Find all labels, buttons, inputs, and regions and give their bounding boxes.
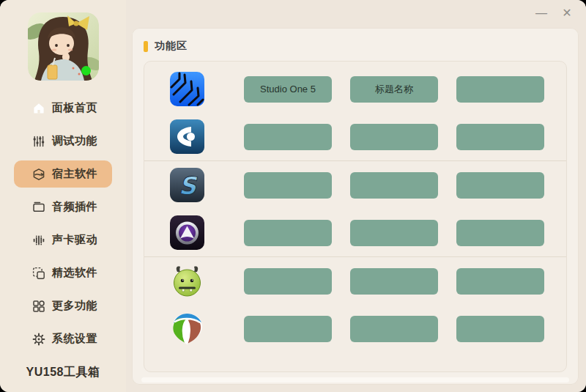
- app-row-green-monster: [144, 257, 566, 305]
- sidebar-item-system-settings[interactable]: 系统设置: [14, 325, 112, 352]
- green-monster-icon: [170, 264, 204, 298]
- sidebar-item-panel-home[interactable]: 面板首页: [14, 95, 112, 122]
- pro-tools-icon: [170, 215, 204, 250]
- app-group: S: [144, 160, 566, 256]
- main-area: — ✕ 功能区: [126, 0, 586, 392]
- action-button[interactable]: [244, 220, 332, 246]
- window-controls: — ✕: [534, 5, 574, 21]
- horizontal-scrollbar[interactable]: [141, 377, 569, 382]
- equalizer-icon: [32, 234, 45, 247]
- sidebar-item-label: 声卡驱动: [52, 233, 97, 247]
- sidebar-item-audio-plugins[interactable]: 音频插件: [14, 193, 112, 221]
- sidebar-item-debug[interactable]: 调试功能: [14, 127, 112, 155]
- action-button[interactable]: 标题名称: [350, 76, 438, 103]
- app-title: YU158工具箱: [26, 365, 100, 380]
- action-button[interactable]: [350, 268, 438, 295]
- app-row-studio-one: Studio One 5 标题名称: [144, 65, 566, 113]
- content-card: 功能区: [132, 28, 579, 385]
- action-button[interactable]: [350, 172, 438, 199]
- section-title: 功能区: [155, 40, 188, 53]
- sidebar-item-label: 更多功能: [52, 299, 97, 313]
- app-group: [144, 256, 566, 352]
- avatar: [28, 12, 99, 81]
- svg-text:S: S: [179, 171, 198, 200]
- app-group: Studio One 5 标题名称: [144, 65, 566, 160]
- action-button[interactable]: [350, 124, 438, 150]
- app-row-cubase: [144, 113, 566, 160]
- action-button[interactable]: [456, 172, 544, 199]
- accent-bar: [144, 41, 148, 52]
- reaper-icon: [170, 311, 204, 346]
- app-row-pro-tools: [144, 209, 566, 256]
- minimize-button[interactable]: —: [534, 5, 549, 21]
- sidebar: 面板首页 调试功能: [0, 0, 126, 392]
- sidebar-item-label: 音频插件: [52, 200, 97, 214]
- online-status-dot: [81, 66, 91, 75]
- faders-icon: [32, 135, 45, 148]
- sidebar-nav: 面板首页 调试功能: [0, 95, 126, 352]
- cubase-icon: [170, 119, 204, 154]
- sidebar-item-label: 面板首页: [52, 101, 97, 115]
- sidebar-item-label: 调试功能: [52, 134, 97, 148]
- action-button[interactable]: [244, 124, 332, 150]
- studio-one-icon: [170, 72, 204, 106]
- gear-icon: [32, 333, 45, 346]
- samplitude-icon: S: [170, 168, 204, 202]
- action-button[interactable]: Studio One 5: [244, 76, 332, 103]
- sidebar-item-featured-software[interactable]: 精选软件: [14, 259, 112, 286]
- action-button[interactable]: [244, 172, 332, 199]
- action-button[interactable]: [350, 316, 438, 342]
- action-button[interactable]: [456, 220, 544, 246]
- sidebar-item-soundcard-driver[interactable]: 声卡驱动: [14, 226, 112, 254]
- sidebar-item-host-software[interactable]: 宿主软件: [14, 160, 112, 188]
- home-icon: [32, 102, 45, 115]
- sidebar-item-label: 精选软件: [52, 266, 97, 280]
- action-button[interactable]: [456, 76, 544, 103]
- section-header: 功能区: [132, 28, 579, 61]
- function-panel: Studio One 5 标题名称: [144, 61, 567, 372]
- action-button[interactable]: [244, 268, 332, 295]
- sidebar-item-label: 宿主软件: [52, 167, 97, 181]
- app-row-reaper: [144, 305, 566, 352]
- plugin-window-icon: [32, 201, 45, 214]
- package-icon: [32, 168, 45, 181]
- sidebar-item-more-functions[interactable]: 更多功能: [14, 292, 112, 319]
- app-window: 面板首页 调试功能: [0, 0, 586, 392]
- action-button[interactable]: [456, 124, 544, 150]
- action-button[interactable]: [456, 316, 544, 342]
- action-button[interactable]: [350, 220, 438, 246]
- app-row-samplitude: S: [144, 161, 566, 209]
- sidebar-item-label: 系统设置: [52, 332, 97, 346]
- action-button[interactable]: [244, 316, 332, 342]
- action-button[interactable]: [456, 268, 544, 295]
- close-button[interactable]: ✕: [560, 5, 574, 21]
- grid-icon: [32, 300, 45, 313]
- selection-icon: [32, 267, 45, 280]
